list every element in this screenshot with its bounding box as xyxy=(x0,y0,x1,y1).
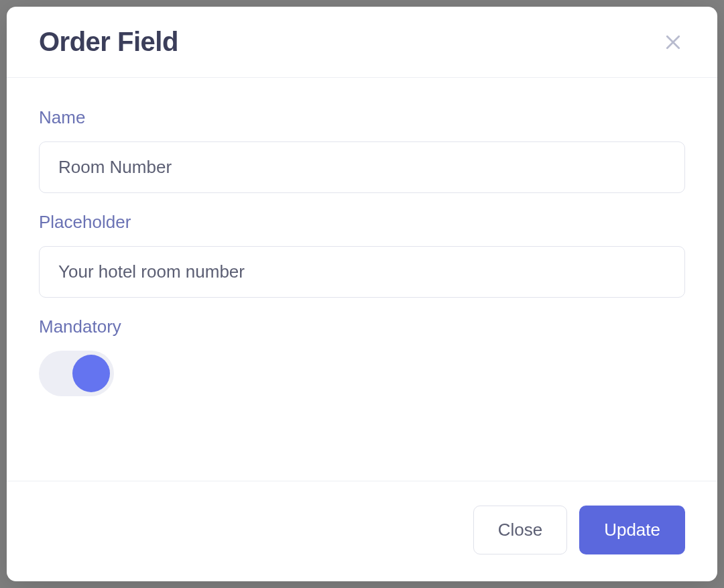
toggle-knob-icon xyxy=(72,355,110,392)
close-icon[interactable] xyxy=(661,30,685,54)
placeholder-field-group: Placeholder xyxy=(39,212,685,298)
modal-title: Order Field xyxy=(39,27,178,57)
name-input[interactable] xyxy=(39,141,685,193)
mandatory-label: Mandatory xyxy=(39,316,685,337)
update-button[interactable]: Update xyxy=(579,506,685,554)
name-label: Name xyxy=(39,107,685,128)
mandatory-toggle[interactable] xyxy=(39,351,114,396)
order-field-modal: Order Field Name Placeholder Mandatory C… xyxy=(7,7,717,581)
modal-footer: Close Update xyxy=(7,481,717,581)
placeholder-label: Placeholder xyxy=(39,212,685,233)
name-field-group: Name xyxy=(39,107,685,193)
modal-header: Order Field xyxy=(7,7,717,78)
mandatory-field-group: Mandatory xyxy=(39,316,685,399)
close-button[interactable]: Close xyxy=(473,506,567,554)
modal-body: Name Placeholder Mandatory xyxy=(7,78,717,481)
placeholder-input[interactable] xyxy=(39,246,685,298)
